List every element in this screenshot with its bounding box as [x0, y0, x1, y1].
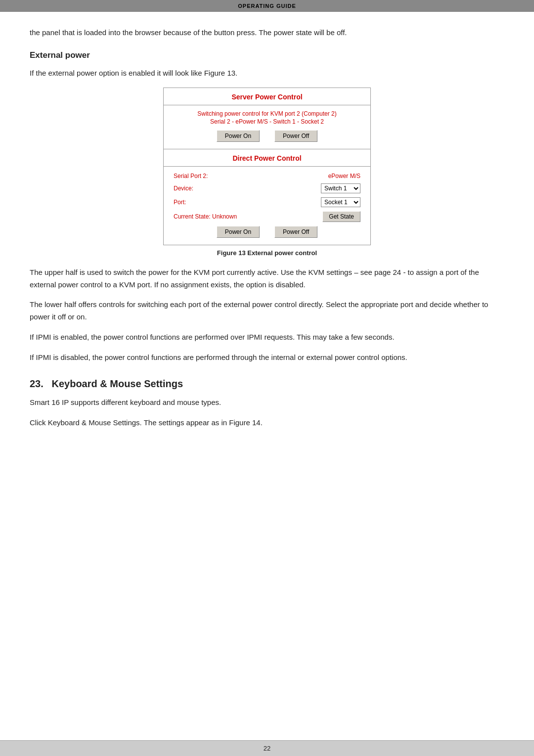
- serial-port-label: Serial Port 2:: [174, 173, 267, 179]
- body-p3: If IPMI is enabled, the power control fu…: [30, 331, 504, 344]
- server-power-control-title: Server Power Control: [231, 93, 302, 101]
- device-row: Device: Switch 1 Switch 2 Switch 3: [174, 183, 360, 193]
- port-label: Port:: [174, 199, 186, 206]
- direct-power-button-row: Power On Power Off: [174, 226, 360, 238]
- current-state-label: Current State: Unknown: [174, 213, 237, 220]
- header-label: OPERATING GUIDE: [238, 3, 296, 9]
- device-label: Device:: [174, 185, 193, 192]
- body-p4: If IPMI is disabled, the power control f…: [30, 352, 504, 364]
- kvm-switch-text: Switching power control for KVM port 2 (…: [174, 110, 360, 117]
- kvm-switch-section: Switching power control for KVM port 2 (…: [164, 105, 370, 149]
- body-p2: The lower half offers controls for switc…: [30, 299, 504, 323]
- port-select[interactable]: Socket 1 Socket 2 Socket 3: [321, 197, 360, 207]
- direct-power-control-title: Direct Power Control: [232, 154, 301, 162]
- section23-p1: Smart 16 IP supports different keyboard …: [30, 397, 504, 409]
- direct-power-on-button[interactable]: Power On: [217, 226, 260, 238]
- direct-power-section: Serial Port 2: ePower M/S Device: Switch…: [164, 167, 370, 245]
- server-power-on-button[interactable]: Power On: [217, 130, 260, 142]
- serial-port-row: Serial Port 2: ePower M/S: [174, 173, 360, 179]
- epower-label: ePower M/S: [328, 173, 360, 179]
- power-control-box: Server Power Control Switching power con…: [163, 88, 371, 245]
- server-power-button-row: Power On Power Off: [174, 130, 360, 142]
- external-power-heading: External power: [30, 50, 504, 60]
- port-row: Port: Socket 1 Socket 2 Socket 3: [174, 197, 360, 207]
- direct-power-control-header: Direct Power Control: [164, 149, 370, 167]
- footer-bar: 22: [0, 740, 534, 756]
- external-power-intro: If the external power option is enabled …: [30, 67, 504, 80]
- get-state-button[interactable]: Get State: [322, 211, 360, 222]
- header-bar: OPERATING GUIDE: [0, 0, 534, 12]
- page-content: the panel that is loaded into the browse…: [0, 12, 534, 740]
- section23-p2: Click Keyboard & Mouse Settings. The set…: [30, 417, 504, 429]
- current-state-row: Current State: Unknown Get State: [174, 211, 360, 222]
- section23-heading: 23. Keyboard & Mouse Settings: [30, 378, 504, 390]
- figure-container: Server Power Control Switching power con…: [163, 88, 371, 257]
- page-number: 22: [264, 745, 270, 752]
- figure-caption: Figure 13 External power control: [217, 249, 317, 257]
- server-power-control-header: Server Power Control: [164, 88, 370, 105]
- dp-left-col: Serial Port 2:: [174, 173, 267, 179]
- intro-text: the panel that is loaded into the browse…: [30, 27, 504, 39]
- body-p1: The upper half is used to switch the pow…: [30, 267, 504, 291]
- server-power-off-button[interactable]: Power Off: [274, 130, 317, 142]
- device-select[interactable]: Switch 1 Switch 2 Switch 3: [321, 183, 360, 193]
- direct-power-off-button[interactable]: Power Off: [274, 226, 317, 238]
- dp-right-col: ePower M/S: [267, 173, 360, 179]
- serial-text: Serial 2 - ePower M/S - Switch 1 - Socke…: [174, 118, 360, 125]
